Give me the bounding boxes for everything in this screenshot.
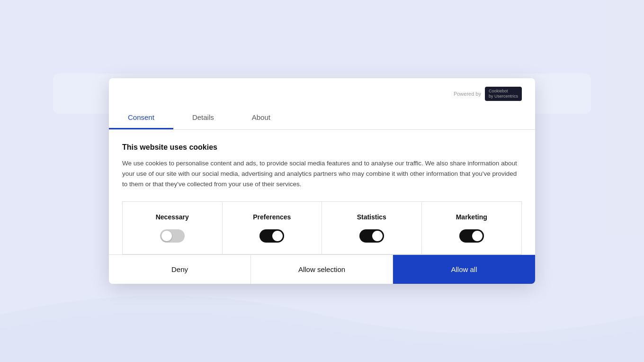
category-statistics-label: Statistics bbox=[357, 213, 386, 221]
tab-details[interactable]: Details bbox=[173, 107, 233, 129]
modal-body: This website uses cookies We use cookies… bbox=[109, 130, 535, 254]
tab-about[interactable]: About bbox=[233, 107, 289, 129]
toggle-preferences-thumb bbox=[272, 231, 283, 241]
cookiebot-logo-line2: by Usercentrics bbox=[489, 94, 518, 99]
modal-footer: Deny Allow selection Allow all bbox=[109, 254, 535, 284]
category-marketing-label: Marketing bbox=[456, 213, 487, 221]
category-necessary-label: Necessary bbox=[156, 213, 189, 221]
toggle-necessary-thumb bbox=[161, 231, 172, 241]
cookie-title: This website uses cookies bbox=[122, 143, 522, 152]
toggle-preferences[interactable] bbox=[259, 229, 284, 243]
category-preferences: Preferences bbox=[223, 202, 322, 254]
cookie-consent-modal: Powered by Cookiebot by Usercentrics Con… bbox=[109, 78, 535, 283]
modal-header: Powered by Cookiebot by Usercentrics bbox=[109, 78, 535, 101]
cookiebot-logo-line1: Cookiebot bbox=[489, 89, 518, 94]
category-necessary: Necessary bbox=[123, 202, 223, 254]
category-marketing: Marketing bbox=[422, 202, 522, 254]
category-preferences-label: Preferences bbox=[253, 213, 291, 221]
toggle-marketing-thumb bbox=[472, 231, 483, 241]
cookiebot-logo: Cookiebot by Usercentrics bbox=[485, 87, 522, 101]
allow-selection-button[interactable]: Allow selection bbox=[251, 255, 393, 284]
cookie-categories: Necessary Preferences Statistics bbox=[122, 201, 522, 254]
allow-all-button[interactable]: Allow all bbox=[393, 255, 535, 284]
toggle-necessary[interactable] bbox=[160, 229, 185, 243]
toggle-statistics-thumb bbox=[372, 231, 383, 241]
toggle-marketing[interactable] bbox=[459, 229, 484, 243]
tabs-container: Consent Details About bbox=[109, 107, 535, 130]
cookie-description: We use cookies to personalise content an… bbox=[122, 158, 522, 190]
toggle-statistics[interactable] bbox=[359, 229, 384, 243]
powered-by-text: Powered by bbox=[454, 91, 481, 97]
category-statistics: Statistics bbox=[322, 202, 422, 254]
tab-consent[interactable]: Consent bbox=[109, 107, 173, 129]
deny-button[interactable]: Deny bbox=[109, 255, 251, 284]
cookiebot-logo-box: Cookiebot by Usercentrics bbox=[485, 87, 522, 101]
